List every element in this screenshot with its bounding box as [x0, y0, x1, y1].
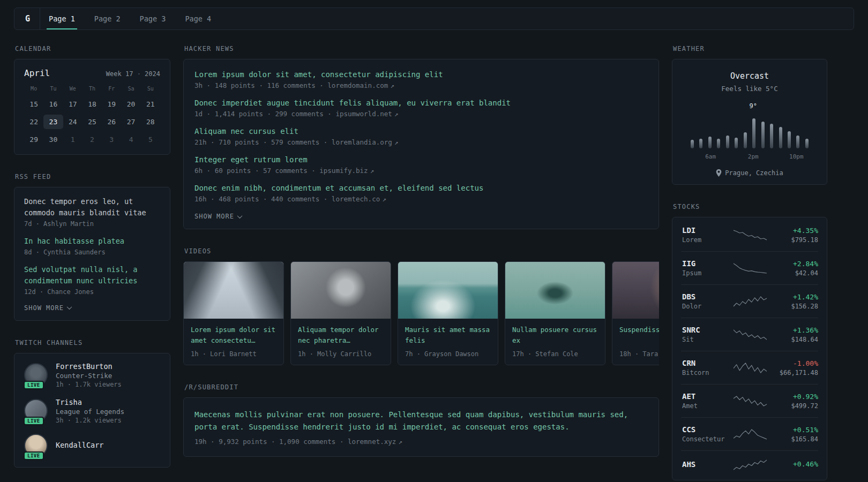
video-title-link[interactable]: Aliquam tempor dolor nec pharetra…	[298, 325, 384, 346]
twitch-channel-name[interactable]: Trisha	[56, 398, 124, 406]
stock-row[interactable]: AET Amet +0.92% $499.72	[681, 384, 818, 417]
weather-feels-like: Feels like 5°C	[682, 85, 817, 93]
calendar-dow: We	[63, 86, 83, 94]
stock-row[interactable]: IIG Ipsum +2.84% $42.04	[681, 251, 818, 284]
stock-row[interactable]: DBS Dolor +1.42% $156.28	[681, 284, 818, 318]
rss-widget-title: RSS FEED	[15, 173, 170, 180]
calendar-day-next-month[interactable]: 4	[121, 132, 140, 147]
calendar-dow: Tu	[43, 86, 63, 94]
calendar-day[interactable]: 16	[43, 97, 63, 111]
tab-page-1[interactable]: Page 1	[47, 8, 77, 29]
widget-calendar: CALENDAR April Week 17 · 2024 Mo Tu We	[14, 45, 170, 155]
avatar: LIVE	[24, 399, 48, 423]
hn-widget-title: HACKER NEWS	[184, 45, 659, 52]
calendar-grid: Mo Tu We Th Fr Sa Su 15 16 17 18 19 20 2…	[24, 86, 160, 147]
calendar-day-next-month[interactable]: 3	[102, 132, 121, 147]
stock-row[interactable]: CRN Bitcorn -1.00% $66,171.48	[681, 351, 818, 384]
external-link-icon[interactable]: ↗	[370, 167, 375, 175]
stock-identity: SNRC Sit	[682, 326, 734, 343]
calendar-day-next-month[interactable]: 1	[63, 132, 83, 147]
calendar-day[interactable]: 30	[43, 132, 63, 147]
rss-article-link[interactable]: In hac habitasse platea	[24, 236, 160, 247]
external-link-icon[interactable]: ↗	[398, 438, 402, 446]
calendar-day-next-month[interactable]: 5	[141, 132, 160, 147]
hn-item: Lorem ipsum dolor sit amet, consectetur …	[194, 70, 648, 89]
tab-page-2[interactable]: Page 2	[92, 8, 123, 29]
calendar-year: 2024	[145, 70, 160, 78]
hn-story-link[interactable]: Aliquam nec cursus elit	[194, 127, 648, 135]
calendar-day-selected[interactable]: 23	[43, 115, 63, 129]
reddit-post-meta: 19h · 9,932 points · 1,090 comments · lo…	[194, 438, 648, 446]
rss-show-more-button[interactable]: SHOW MORE	[24, 304, 160, 312]
video-card[interactable]: Mauris sit amet massa felis 7h · Grayson…	[398, 261, 498, 365]
tab-page-3[interactable]: Page 3	[138, 8, 168, 29]
stock-symbol: CRN	[682, 359, 734, 367]
hn-story-link[interactable]: Integer eget rutrum lorem	[194, 155, 648, 164]
stock-row[interactable]: SNRC Sit +1.36% $148.64	[681, 318, 818, 351]
stocks-card: LDI Lorem +4.35% $795.18 IIG Ipsum	[672, 217, 827, 480]
calendar-day[interactable]: 20	[121, 97, 140, 111]
rss-article-link[interactable]: Sed volutpat nulla nisl, a condimentum n…	[24, 264, 160, 287]
hn-item: Donec enim nibh, condimentum et accumsan…	[194, 184, 648, 203]
external-link-icon[interactable]: ↗	[394, 138, 399, 146]
stock-row[interactable]: AHS +0.46%	[681, 450, 818, 479]
calendar-day[interactable]: 24	[63, 115, 83, 129]
weather-card: Overcast Feels like 5°C 9° 6am 2pm 10pm …	[672, 59, 827, 185]
tab-page-4[interactable]: Page 4	[183, 8, 213, 29]
stock-price: $165.84	[767, 435, 818, 443]
video-title-link[interactable]: Nullam posuere cursus ex	[512, 325, 598, 346]
avatar: LIVE	[24, 434, 48, 457]
stock-sparkline	[734, 328, 767, 341]
video-card[interactable]: Lorem ipsum dolor sit amet consectetu… 1…	[183, 261, 284, 365]
video-title-link[interactable]: Mauris sit amet massa felis	[405, 325, 491, 346]
calendar-day[interactable]: 15	[24, 97, 43, 111]
video-body: Suspendisse diam 18h · Tara	[612, 319, 659, 365]
calendar-day[interactable]: 26	[102, 115, 121, 129]
weather-bars	[690, 116, 810, 148]
hn-show-more-button[interactable]: SHOW MORE	[194, 213, 648, 220]
external-link-icon[interactable]: ↗	[394, 110, 399, 118]
calendar-day[interactable]: 19	[102, 97, 121, 111]
external-link-icon[interactable]: ↗	[390, 81, 394, 89]
video-card[interactable]: Suspendisse diam 18h · Tara	[612, 261, 659, 365]
weather-location-text: Prague, Czechia	[725, 169, 783, 177]
twitch-channel-name[interactable]: ForrestBurton	[56, 362, 122, 371]
twitch-channel-name[interactable]: KendallCarr	[56, 441, 103, 449]
calendar-day[interactable]: 17	[63, 97, 83, 111]
stock-row[interactable]: LDI Lorem +4.35% $795.18	[681, 219, 818, 251]
calendar-day[interactable]: 22	[24, 115, 43, 129]
stock-price: $499.72	[767, 402, 818, 410]
twitch-channel-game: League of Legends	[56, 408, 124, 416]
app-logo[interactable]: G	[18, 8, 40, 29]
video-card[interactable]: Aliquam tempor dolor nec pharetra… 1h · …	[290, 261, 391, 365]
calendar-dow: Th	[83, 86, 102, 94]
stock-sparkline	[734, 362, 767, 374]
calendar-day[interactable]: 28	[141, 115, 160, 129]
calendar-day[interactable]: 25	[83, 115, 102, 129]
stock-values: -1.00% $66,171.48	[767, 359, 818, 376]
calendar-day[interactable]: 18	[83, 97, 102, 111]
video-title-link[interactable]: Lorem ipsum dolor sit amet consectetu…	[191, 325, 276, 346]
stock-row[interactable]: CCS Consectetur +0.51% $165.84	[681, 417, 818, 450]
middle-column: HACKER NEWS Lorem ipsum dolor sit amet, …	[183, 45, 659, 475]
video-title-link[interactable]: Suspendisse diam	[619, 325, 659, 346]
calendar-day[interactable]: 21	[141, 97, 160, 111]
calendar-day-next-month[interactable]: 2	[83, 132, 102, 147]
hn-story-link[interactable]: Lorem ipsum dolor sit amet, consectetur …	[194, 70, 648, 79]
video-card[interactable]: Nullam posuere cursus ex 17h · Stefan Co…	[505, 261, 605, 365]
twitch-channel-row[interactable]: LIVE KendallCarr	[24, 434, 160, 457]
rss-item: Donec tempor eros leo, ut commodo mauris…	[24, 196, 160, 228]
twitch-channel-row[interactable]: LIVE ForrestBurton Counter-Strike 1h · 1…	[24, 362, 160, 388]
hn-meta-text: 1d · 1,414 points · 299 comments · ipsum…	[194, 110, 392, 118]
calendar-day[interactable]: 29	[24, 132, 43, 147]
reddit-post-link[interactable]: Maecenas mollis pulvinar erat non posuer…	[194, 409, 648, 433]
twitch-channel-row[interactable]: LIVE Trisha League of Legends 3h · 1.2k …	[24, 398, 160, 424]
hn-story-link[interactable]: Donec imperdiet augue tincidunt felis al…	[194, 99, 648, 107]
stock-price: $795.18	[767, 236, 818, 244]
stock-price: $148.64	[767, 336, 818, 343]
rss-article-link[interactable]: Donec tempor eros leo, ut commodo mauris…	[24, 196, 160, 219]
calendar-day[interactable]: 27	[121, 115, 140, 129]
external-link-icon[interactable]: ↗	[382, 195, 386, 203]
avatar: LIVE	[24, 363, 48, 387]
hn-story-link[interactable]: Donec enim nibh, condimentum et accumsan…	[194, 184, 648, 192]
